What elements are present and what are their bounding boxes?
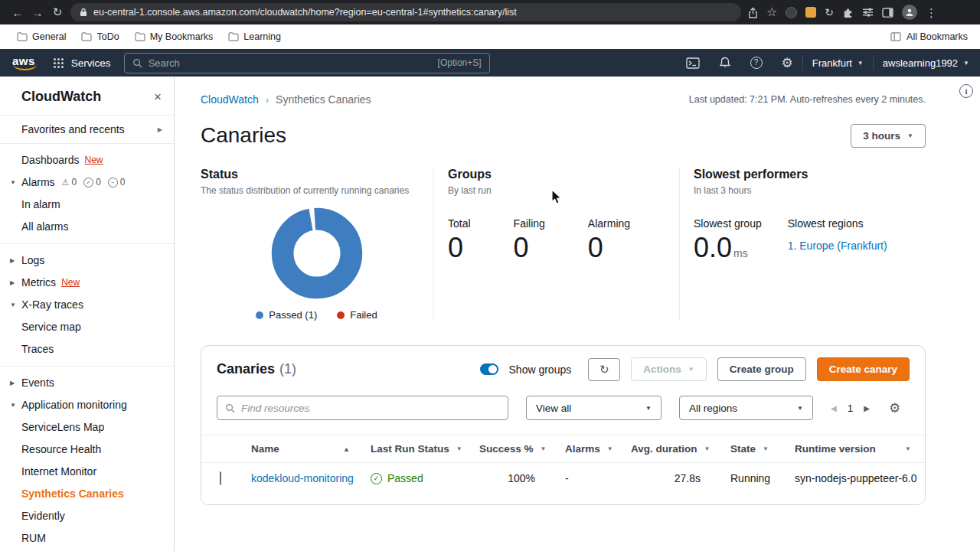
share-icon[interactable]	[748, 7, 758, 18]
filter-caret-icon[interactable]: ▼	[763, 445, 769, 452]
sidebar-item-evidently[interactable]: Evidently	[0, 505, 174, 527]
aws-logo[interactable]: aws	[11, 54, 38, 71]
sidebar-item-traces[interactable]: Traces	[0, 338, 174, 360]
all-bookmarks-button[interactable]: All Bookmarks	[890, 31, 971, 42]
chevron-right-icon: ▶	[158, 126, 162, 133]
bookmark-folder[interactable]: ToDo	[74, 31, 126, 42]
filter-caret-icon[interactable]: ▼	[704, 445, 710, 452]
services-grid-icon[interactable]	[54, 58, 64, 68]
breadcrumb-cloudwatch-link[interactable]: CloudWatch	[201, 93, 259, 106]
forward-icon[interactable]: →	[28, 6, 47, 19]
extension-icon[interactable]	[805, 7, 816, 18]
tune-icon[interactable]	[862, 7, 874, 18]
create-canary-button[interactable]: Create canary	[817, 357, 910, 381]
find-resources-input[interactable]	[241, 403, 500, 414]
sidebar-item-rum[interactable]: RUM	[0, 527, 174, 549]
table-settings-gear-icon[interactable]: ⚙	[889, 402, 900, 415]
sidebar-item-synthetics-canaries[interactable]: Synthetics Canaries	[0, 483, 174, 505]
column-header-runtime[interactable]: Runtime version ▼	[785, 443, 925, 455]
sidebar-item-internet-monitor[interactable]: Internet Monitor	[0, 461, 174, 483]
sync-extension-icon[interactable]: ↻	[825, 7, 834, 18]
refresh-button[interactable]: ↻	[588, 358, 620, 381]
view-filter-select[interactable]: View all ▼	[526, 396, 662, 420]
row-checkbox[interactable]	[220, 471, 221, 485]
canaries-table: Name ▲ Last Run Status ▼ Success % ▼ A	[201, 435, 925, 494]
filter-caret-icon[interactable]: ▼	[607, 445, 613, 452]
sidebar-item-service-map[interactable]: Service map	[0, 316, 174, 338]
filter-caret-icon[interactable]: ▼	[905, 445, 911, 452]
services-menu[interactable]: Services	[71, 57, 111, 69]
puzzle-extensions-icon[interactable]	[842, 7, 854, 18]
sidebar-item-resource-health[interactable]: Resource Health	[0, 439, 174, 461]
search-input[interactable]	[149, 57, 432, 69]
cloudshell-icon[interactable]	[686, 57, 700, 69]
time-range-dropdown[interactable]: 3 hours ▼	[851, 124, 926, 148]
column-header-state[interactable]: State ▼	[720, 443, 785, 455]
column-header-last-run-status[interactable]: Last Run Status ▼	[361, 443, 469, 455]
sidebar-item-all-alarms[interactable]: All alarms	[0, 216, 174, 238]
regions-filter-select[interactable]: All regions ▼	[679, 396, 813, 420]
sidebar-item-logs[interactable]: ▶ Logs	[0, 249, 174, 272]
sidebar-item-in-alarm[interactable]: In alarm	[0, 194, 174, 216]
sidebar-item-metrics[interactable]: ▶ Metrics New	[0, 272, 174, 294]
refresh-icon: ↻	[599, 363, 609, 377]
sidebar-item-xray-traces[interactable]: ▼ X-Ray traces	[0, 294, 174, 316]
all-bookmarks-icon	[890, 32, 901, 41]
folder-icon	[228, 32, 239, 41]
settings-gear-icon[interactable]: ⚙	[782, 57, 793, 70]
sidebar-item-alarms[interactable]: ▼ Alarms ⚠ 0 ✓ 0 − 0	[0, 171, 174, 194]
region-selector[interactable]: Frankfurt ▼	[812, 57, 864, 69]
sidebar-item-label: Dashboards	[21, 153, 80, 168]
global-search[interactable]: [Option+S]	[124, 53, 490, 73]
filter-caret-icon[interactable]: ▼	[456, 445, 462, 452]
column-header-success[interactable]: Success % ▼	[469, 443, 555, 455]
sidebar-item-servicelens-map[interactable]: ServiceLens Map	[0, 416, 174, 439]
notifications-bell-icon[interactable]	[719, 57, 731, 69]
filter-caret-icon[interactable]: ▼	[541, 445, 547, 452]
canaries-card-title: Canaries	[217, 361, 275, 377]
sidebar-item-dashboards[interactable]: Dashboards New	[0, 149, 174, 171]
bookmark-folder[interactable]: Learning	[220, 31, 289, 42]
sidebar-item-events[interactable]: ▶ Events	[0, 372, 174, 394]
sidebar-item-label: Traces	[21, 342, 54, 357]
stats-panel: Status The status distribution of curren…	[201, 168, 926, 321]
chrome-menu-icon[interactable]: ⋮	[926, 7, 937, 18]
slowest-region-link[interactable]: 1. Europe (Frankfurt)	[788, 240, 887, 252]
previous-page-icon[interactable]: ◀	[831, 404, 837, 412]
create-group-button[interactable]: Create group	[717, 357, 806, 381]
url-bar[interactable]: eu-central-1.console.aws.amazon.com/clou…	[70, 3, 741, 21]
breadcrumb-separator-icon: ›	[266, 94, 269, 106]
chevron-down-icon: ▼	[10, 398, 16, 412]
canary-name-link[interactable]: kodekloud-monitoring	[238, 472, 361, 484]
canaries-card: Canaries (1) Show groups ↻ Actions ▼	[201, 345, 926, 505]
close-icon[interactable]: ×	[154, 90, 162, 103]
metric-total: Total 0	[448, 217, 471, 263]
find-resources-box[interactable]	[217, 396, 508, 420]
account-menu[interactable]: awslearning1992 ▼	[883, 57, 969, 69]
back-icon[interactable]: ←	[8, 6, 28, 19]
reload-icon[interactable]: ↻	[47, 5, 67, 19]
actions-dropdown[interactable]: Actions ▼	[631, 357, 706, 381]
status-subtitle: The status distribution of currently run…	[201, 185, 433, 196]
info-panel-icon[interactable]: i	[959, 84, 973, 98]
sidebar-item-label: X-Ray traces	[21, 298, 83, 312]
sort-ascending-icon[interactable]: ▲	[343, 445, 350, 453]
column-header-alarms[interactable]: Alarms ▼	[555, 443, 621, 455]
bookmark-folder[interactable]: My Bookmarks	[127, 31, 221, 42]
column-header-name[interactable]: Name ▲	[238, 443, 361, 455]
page-number[interactable]: 1	[848, 403, 854, 414]
help-icon[interactable]: ?	[750, 57, 763, 69]
show-groups-toggle[interactable]	[480, 364, 498, 375]
side-panel-icon[interactable]	[882, 8, 893, 18]
status-badge: Passed	[387, 472, 423, 484]
sidebar-item-label: All alarms	[21, 220, 68, 234]
sidebar-item-application-monitoring[interactable]: ▼ Application monitoring	[0, 394, 174, 416]
next-page-icon[interactable]: ▶	[864, 404, 870, 412]
new-badge: New	[85, 153, 103, 168]
column-header-avg-duration[interactable]: Avg. duration ▼	[621, 443, 720, 455]
sidebar-item-favorites[interactable]: Favorites and recents ▶	[0, 116, 174, 143]
bookmark-folder[interactable]: General	[9, 31, 74, 42]
bookmark-star-icon[interactable]: ☆	[766, 6, 777, 18]
extension-icon[interactable]	[786, 7, 797, 18]
profile-avatar[interactable]	[902, 5, 917, 20]
